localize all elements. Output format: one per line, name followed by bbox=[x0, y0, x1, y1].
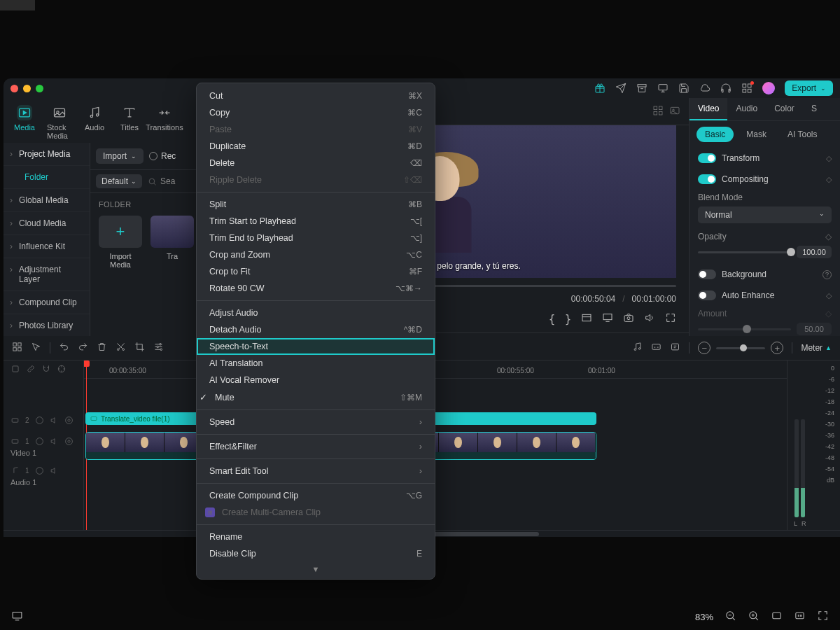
sort-dropdown[interactable]: Default⌄ bbox=[96, 174, 142, 188]
ctx-crop-zoom[interactable]: Crop and Zoom⌥C bbox=[197, 246, 435, 263]
mark-in-button[interactable]: { bbox=[549, 313, 555, 326]
fit-icon[interactable] bbox=[771, 610, 783, 624]
compositing-toggle[interactable] bbox=[698, 174, 716, 184]
media-tile[interactable]: . Tra bbox=[150, 216, 194, 269]
headphones-icon[interactable] bbox=[720, 83, 732, 94]
tab-stock-media[interactable]: Stock Media bbox=[43, 102, 76, 143]
apps-icon[interactable] bbox=[741, 83, 752, 94]
ctx-speed[interactable]: Speed› bbox=[197, 414, 435, 430]
tree-compound-clip[interactable]: Compound Clip bbox=[4, 291, 90, 314]
keyframe-icon[interactable]: ◇ bbox=[826, 291, 832, 300]
crop-icon[interactable] bbox=[134, 342, 145, 354]
subtab-ai-tools[interactable]: AI Tools bbox=[779, 127, 825, 142]
video-track-head[interactable]: 1 bbox=[4, 433, 83, 449]
ctx-trim-end[interactable]: Trim End to Playhead⌥] bbox=[197, 230, 435, 246]
ctx-rename[interactable]: Rename bbox=[197, 528, 435, 545]
ctx-effect-filter[interactable]: Effect&Filter› bbox=[197, 438, 435, 455]
timeline-ruler[interactable]: 00:00:35:00 00:00:55:00 00:01:00 bbox=[84, 360, 787, 379]
snap-icon[interactable] bbox=[57, 364, 66, 376]
magnet-icon[interactable] bbox=[41, 364, 51, 376]
minimize-window-button[interactable] bbox=[23, 85, 31, 92]
tree-global-media[interactable]: Global Media bbox=[4, 189, 90, 212]
tree-adjustment-layer[interactable]: Adjustment Layer bbox=[4, 258, 90, 291]
transform-toggle[interactable] bbox=[698, 153, 716, 163]
insp-tab-more[interactable]: S bbox=[803, 98, 825, 120]
close-window-button[interactable] bbox=[10, 85, 18, 92]
volume-button[interactable] bbox=[644, 312, 655, 326]
select-icon[interactable] bbox=[31, 342, 41, 354]
fullscreen-icon[interactable] bbox=[817, 610, 829, 624]
caption-icon[interactable] bbox=[651, 342, 662, 354]
tree-photos-library[interactable]: Photos Library bbox=[4, 314, 90, 337]
cloud-icon[interactable] bbox=[699, 83, 710, 94]
ctx-disable-clip[interactable]: Disable ClipE bbox=[197, 545, 435, 562]
import-button[interactable]: Import⌄ bbox=[96, 148, 144, 164]
subtab-basic[interactable]: Basic bbox=[696, 127, 734, 142]
tab-audio[interactable]: Audio bbox=[78, 102, 111, 143]
zoom-out-icon[interactable] bbox=[724, 610, 736, 624]
timeline-tracks[interactable]: 00:00:35:00 00:00:55:00 00:01:00 Transla… bbox=[84, 360, 787, 530]
record-toggle[interactable]: Rec bbox=[149, 151, 176, 161]
tab-media[interactable]: Media bbox=[8, 102, 41, 143]
keyframe-icon[interactable]: ◇ bbox=[826, 154, 832, 163]
ctx-more[interactable]: ▼ bbox=[197, 562, 435, 575]
gift-icon[interactable] bbox=[594, 83, 606, 94]
search-input[interactable]: Sea bbox=[148, 176, 175, 186]
ctx-split[interactable]: Split⌘B bbox=[197, 196, 435, 213]
ctx-smart-edit[interactable]: Smart Edit Tool› bbox=[197, 463, 435, 479]
opacity-value[interactable]: 100.00 bbox=[797, 246, 832, 258]
keyframe-icon[interactable]: ◇ bbox=[825, 232, 832, 241]
layout-button[interactable] bbox=[581, 312, 592, 326]
ctx-adjust-audio[interactable]: Adjust Audio bbox=[197, 304, 435, 321]
insp-tab-video[interactable]: Video bbox=[690, 98, 727, 120]
auto-enhance-toggle[interactable] bbox=[698, 290, 716, 300]
export-button[interactable]: Export⌄ bbox=[785, 80, 833, 96]
meter-toggle[interactable]: Meter▲ bbox=[801, 343, 832, 353]
ctx-rotate[interactable]: Rotate 90 CW⌥⌘→ bbox=[197, 280, 435, 297]
mark-out-button[interactable]: } bbox=[565, 313, 571, 326]
marker-icon[interactable] bbox=[670, 342, 680, 354]
ctx-trim-start[interactable]: Trim Start to Playhead⌥[ bbox=[197, 213, 435, 230]
subtab-mask[interactable]: Mask bbox=[738, 127, 775, 142]
import-media-tile[interactable]: + Import Media bbox=[99, 216, 142, 269]
cut-icon[interactable] bbox=[115, 342, 126, 354]
ctx-crop-fit[interactable]: Crop to Fit⌘F bbox=[197, 263, 435, 280]
tree-cloud-media[interactable]: Cloud Media bbox=[4, 212, 90, 235]
actual-size-icon[interactable] bbox=[794, 610, 806, 624]
tree-project-media[interactable]: Project Media bbox=[4, 143, 90, 166]
tree-influence-kit[interactable]: Influence Kit bbox=[4, 235, 90, 258]
ctx-delete[interactable]: Delete⌫ bbox=[197, 155, 435, 172]
user-avatar[interactable] bbox=[762, 82, 775, 94]
insp-tab-color[interactable]: Color bbox=[766, 98, 803, 120]
tab-titles[interactable]: Titles bbox=[113, 102, 146, 143]
tab-transitions[interactable]: Transitions bbox=[148, 102, 181, 143]
help-icon[interactable]: ? bbox=[822, 270, 832, 279]
background-toggle[interactable] bbox=[698, 270, 716, 279]
maximize-window-button[interactable] bbox=[36, 85, 43, 92]
audio-track-head[interactable]: 1 bbox=[4, 463, 83, 478]
keyframe-icon[interactable]: ◇ bbox=[826, 175, 832, 184]
save-icon[interactable] bbox=[678, 83, 690, 94]
ctx-ai-vocal-remover[interactable]: AI Vocal Remover bbox=[197, 372, 435, 388]
monitor-icon[interactable] bbox=[657, 83, 668, 94]
opacity-slider[interactable] bbox=[698, 251, 791, 253]
clip-marker-icon[interactable] bbox=[10, 364, 20, 376]
music-icon[interactable] bbox=[632, 342, 643, 354]
zoom-slider[interactable] bbox=[716, 347, 765, 349]
send-icon[interactable] bbox=[615, 83, 626, 94]
caption-track-head[interactable]: 2 bbox=[4, 412, 83, 428]
layout-icon[interactable] bbox=[12, 342, 22, 354]
display-button[interactable] bbox=[602, 312, 613, 326]
ctx-cut[interactable]: Cut⌘X bbox=[197, 88, 435, 104]
insp-tab-audio[interactable]: Audio bbox=[727, 98, 766, 120]
blend-mode-select[interactable]: Normal⌄ bbox=[698, 206, 832, 223]
undo-icon[interactable] bbox=[59, 342, 69, 354]
ctx-speech-to-text[interactable]: Speech-to-Text bbox=[197, 338, 435, 355]
ctx-duplicate[interactable]: Duplicate⌘D bbox=[197, 138, 435, 155]
grid-view-icon[interactable] bbox=[652, 105, 664, 118]
expand-button[interactable] bbox=[665, 312, 676, 326]
display-icon[interactable] bbox=[11, 610, 23, 624]
ctx-mute[interactable]: ✓Mute⇧⌘M bbox=[197, 388, 435, 406]
ctx-ai-translation[interactable]: AI Translation bbox=[197, 355, 435, 372]
ctx-detach-audio[interactable]: Detach Audio^⌘D bbox=[197, 321, 435, 338]
